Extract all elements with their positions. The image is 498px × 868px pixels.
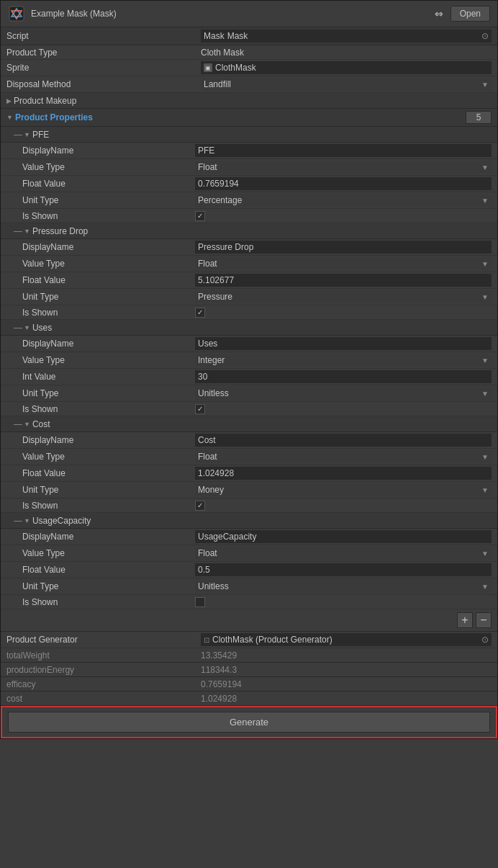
pressuredrop-displayname-input[interactable] (195, 241, 492, 254)
usagecapacity-group-header[interactable]: — ▼ UsageCapacity (1, 513, 497, 529)
pressuredrop-label: Pressure Drop (32, 226, 88, 236)
uses-valuetype-select[interactable]: Integer ▼ (195, 354, 492, 367)
pfe-isshown-checkbox[interactable] (195, 211, 205, 221)
pressuredrop-isshown-label: Is Shown (22, 308, 195, 318)
usagecapacity-valuetype-arrow: ▼ (481, 550, 489, 558)
sprite-value: ClothMask (215, 63, 256, 73)
pressuredrop-valuetype-select[interactable]: Float ▼ (195, 257, 492, 270)
generate-button[interactable]: Generate (8, 712, 490, 733)
cost-isshown-label: Is Shown (22, 501, 195, 511)
usagecapacity-valuetype-select[interactable]: Float ▼ (195, 547, 492, 560)
pressuredrop-unittype-select[interactable]: Pressure ▼ (195, 290, 492, 303)
pfe-floatvalue-label: Float Value (22, 179, 195, 189)
script-target-icon[interactable]: ⊙ (481, 31, 489, 41)
open-button[interactable]: Open (451, 6, 490, 22)
window-title: Example Mask (Mask) (31, 9, 117, 19)
add-property-button[interactable]: + (457, 612, 473, 628)
maximize-icon[interactable]: ⇔ (432, 6, 446, 21)
usagecapacity-valuetype-row: Value Type Float ▼ (1, 545, 497, 562)
pressuredrop-triangle: ▼ (24, 228, 30, 235)
pfe-label: PFE (32, 130, 49, 140)
product-makeup-label: Product Makeup (14, 96, 76, 106)
product-generator-icon: ⊡ (204, 636, 209, 644)
product-properties-count[interactable] (466, 111, 492, 124)
usagecapacity-valuetype-label: Value Type (22, 548, 195, 558)
cost-unittype-arrow: ▼ (481, 486, 489, 494)
uses-unittype-arrow: ▼ (481, 390, 489, 398)
cost-group-header[interactable]: — ▼ Cost (1, 416, 497, 432)
product-generator-target-icon[interactable]: ⊙ (481, 635, 489, 645)
pfe-isshown-label: Is Shown (22, 211, 195, 221)
usagecapacity-unittype-select[interactable]: Unitless ▼ (195, 580, 492, 593)
productionenergy-value: 118344.3 (201, 665, 492, 675)
uses-displayname-input[interactable] (195, 337, 492, 350)
usagecapacity-unittype-arrow: ▼ (481, 583, 489, 591)
pressuredrop-floatvalue-input[interactable] (195, 274, 492, 287)
usagecapacity-displayname-input[interactable] (195, 530, 492, 543)
totalweight-label: totalWeight (6, 650, 201, 661)
uses-unittype-row: Unit Type Unitless ▼ (1, 385, 497, 402)
cost-valuetype-row: Value Type Float ▼ (1, 449, 497, 465)
pfe-valuetype-row: Value Type Float ▼ (1, 159, 497, 176)
cost-dash: — (14, 419, 22, 429)
uses-intvalue-label: Int Value (22, 372, 195, 382)
pressuredrop-dash: — (14, 226, 22, 236)
cost-displayname-input[interactable] (195, 434, 492, 447)
usagecapacity-isshown-checkbox[interactable] (195, 597, 205, 607)
cost-valuetype-select[interactable]: Float ▼ (195, 450, 492, 463)
cost-stat-row: cost 1.024928 (1, 692, 497, 706)
product-properties-label: Product Properties (15, 112, 466, 122)
pressuredrop-isshown-checkbox[interactable] (195, 308, 205, 318)
usagecapacity-floatvalue-input[interactable] (195, 563, 492, 576)
pressuredrop-group-header[interactable]: — ▼ Pressure Drop (1, 223, 497, 239)
pressuredrop-unittype-row: Unit Type Pressure ▼ (1, 289, 497, 305)
pfe-dash: — (14, 130, 22, 140)
pfe-triangle: ▼ (24, 131, 30, 138)
uses-isshown-checkbox[interactable] (195, 404, 205, 414)
uses-displayname-row: DisplayName (1, 336, 497, 352)
product-generator-row: Product Generator ⊡ ClothMask (Product G… (1, 632, 497, 648)
cost-unittype-select[interactable]: Money ▼ (195, 483, 492, 496)
product-makeup-triangle: ▶ (6, 97, 12, 104)
remove-property-button[interactable]: − (476, 612, 492, 628)
cost-isshown-checkbox[interactable] (195, 501, 205, 511)
pfe-valuetype-arrow: ▼ (481, 164, 489, 171)
pfe-unittype-select[interactable]: Percentage ▼ (195, 194, 492, 207)
uses-intvalue-row: Int Value (1, 369, 497, 385)
usagecapacity-unittype-row: Unit Type Unitless ▼ (1, 578, 497, 595)
product-generator-field[interactable]: ⊡ ClothMask (Product Generator) ⊙ (201, 633, 492, 646)
pfe-valuetype-select[interactable]: Float ▼ (195, 161, 492, 174)
uses-isshown-label: Is Shown (22, 404, 195, 414)
sprite-field[interactable]: ▣ ClothMask (201, 61, 492, 74)
pfe-floatvalue-input[interactable] (195, 177, 492, 190)
cost-floatvalue-input[interactable] (195, 467, 492, 480)
cost-displayname-label: DisplayName (22, 435, 195, 445)
uses-unittype-select[interactable]: Unitless ▼ (195, 387, 492, 400)
pressuredrop-valuetype-label: Value Type (22, 259, 195, 269)
efficacy-label: efficacy (6, 679, 201, 689)
title-bar: Example Mask (Mask) ⇔ Open (1, 1, 497, 27)
uses-isshown-row: Is Shown (1, 402, 497, 416)
title-bar-right: ⇔ Open (432, 6, 490, 22)
product-properties-triangle[interactable]: ▼ (6, 114, 13, 121)
cost-valuetype-arrow: ▼ (481, 453, 489, 461)
uses-intvalue-input[interactable] (195, 370, 492, 383)
efficacy-row: efficacy 0.7659194 (1, 677, 497, 692)
disposal-method-select[interactable]: Landfill ▼ (201, 78, 492, 91)
usagecapacity-isshown-row: Is Shown (1, 595, 497, 609)
script-label: Script (6, 31, 201, 41)
pressuredrop-displayname-label: DisplayName (22, 242, 195, 252)
pfe-valuetype-label: Value Type (22, 162, 195, 172)
pfe-floatvalue-row: Float Value (1, 176, 497, 192)
product-makeup-header[interactable]: ▶ Product Makeup (1, 93, 497, 109)
product-type-value: Cloth Mask (201, 48, 492, 58)
pressuredrop-isshown-row: Is Shown (1, 305, 497, 320)
pfe-group-header[interactable]: — ▼ PFE (1, 127, 497, 143)
product-properties-header: ▼ Product Properties (1, 109, 497, 127)
script-name: Mask (227, 31, 481, 41)
pfe-displayname-input[interactable] (195, 144, 492, 157)
uses-group-header[interactable]: — ▼ Uses (1, 320, 497, 336)
efficacy-value: 0.7659194 (201, 679, 492, 689)
usagecapacity-unittype-label: Unit Type (22, 581, 195, 591)
cost-stat-label: cost (6, 694, 201, 704)
